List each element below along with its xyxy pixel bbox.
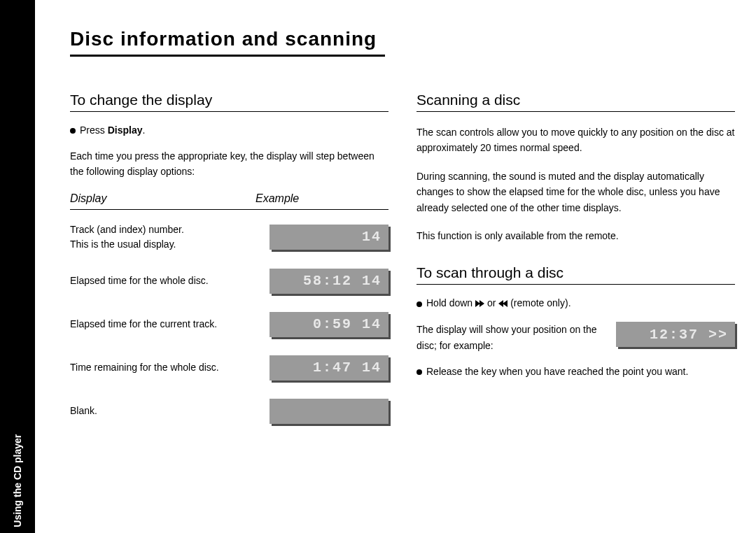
bullet-text-post: . [143, 125, 146, 136]
table-row: Track (and index) number. This is the us… [70, 222, 388, 252]
row-desc: Blank. [70, 404, 270, 418]
bullet-icon [416, 301, 422, 307]
sub-heading: To scan through a disc [416, 264, 735, 281]
two-column-layout: To change the display Press Display. Eac… [70, 92, 735, 441]
right-column: Scanning a disc The scan controls allow … [416, 92, 735, 441]
left-column: To change the display Press Display. Eac… [70, 92, 388, 441]
bullet-press-display: Press Display. [70, 125, 388, 136]
lcd-display: 14 [270, 225, 388, 250]
table-row: Elapsed time for the current track. 0:59… [70, 311, 388, 339]
table-row: Elapsed time for the whole disc. 58:12 1… [70, 267, 388, 295]
lcd-display [270, 399, 388, 424]
scan-text-post: (remote only). [507, 297, 570, 308]
left-heading: To change the display [70, 92, 388, 108]
sidebar-black-bar: 12Using the CD player [0, 0, 35, 533]
position-text: The display will show your position on t… [416, 322, 602, 353]
lcd-display: 12:37 >> [616, 322, 735, 347]
title-underline [70, 55, 385, 57]
lcd-display: 0:59 14 [270, 312, 388, 337]
section-divider [70, 111, 388, 112]
right-p2: During scanning, the sound is muted and … [416, 169, 735, 215]
section-divider [416, 284, 735, 285]
bullet-icon [416, 369, 422, 375]
lcd-display: 58:12 14 [270, 269, 388, 294]
rewind-icon [498, 298, 507, 309]
right-heading: Scanning a disc [416, 92, 735, 108]
chapter-name: Using the CD player [12, 434, 23, 527]
bullet-release: Release the key when you have reached th… [416, 366, 735, 377]
bullet-text-bold: Display [108, 125, 143, 136]
section-divider [416, 111, 735, 112]
page-title: Disc information and scanning [70, 28, 735, 50]
row-desc: Track (and index) number. This is the us… [70, 222, 270, 252]
scan-subsection: To scan through a disc Hold down or (rem… [416, 264, 735, 377]
lcd-display: 1:47 14 [270, 355, 388, 381]
sidebar-label: 12Using the CD player [12, 434, 23, 533]
bullet-icon [70, 128, 76, 134]
table-row: Time remaining for the whole disc. 1:47 … [70, 354, 388, 382]
th-example: Example [255, 192, 388, 205]
row-desc: Time remaining for the whole disc. [70, 360, 270, 375]
table-header-row: Display Example [70, 192, 388, 210]
scan-text-mid: or [484, 297, 498, 308]
scan-text-pre: Hold down [426, 297, 475, 308]
fast-forward-icon [475, 298, 484, 309]
bullet-hold-down: Hold down or (remote only). [416, 297, 735, 309]
right-p3: This function is only available from the… [416, 228, 735, 243]
release-text: Release the key when you have reached th… [426, 366, 688, 377]
th-display: Display [70, 192, 255, 205]
table-row: Blank. [70, 397, 388, 425]
right-p1: The scan controls allow you to move quic… [416, 125, 735, 156]
left-intro: Each time you press the appropriate key,… [70, 148, 388, 180]
row-desc: Elapsed time for the whole disc. [70, 273, 270, 288]
position-example-row: The display will show your position on t… [416, 322, 735, 366]
page-content: Disc information and scanning To change … [70, 28, 735, 441]
bullet-text-pre: Press [80, 125, 108, 136]
row-desc: Elapsed time for the current track. [70, 317, 270, 332]
